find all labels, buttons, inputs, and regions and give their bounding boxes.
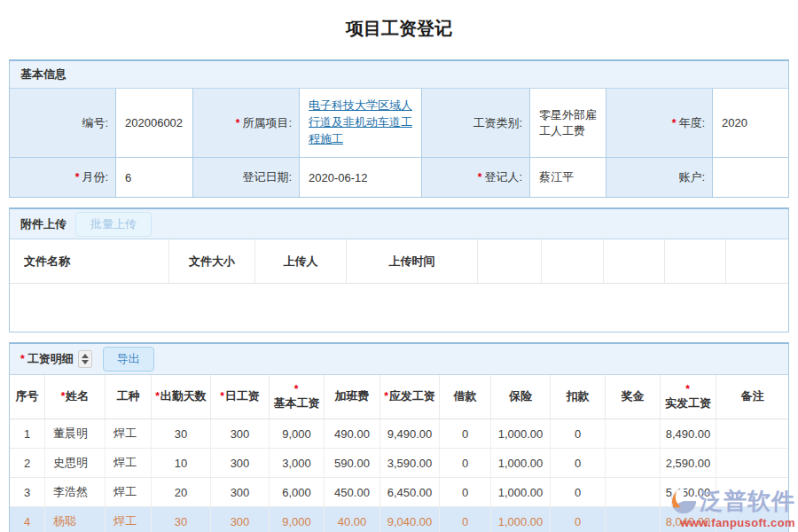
salary-panel: * 工资明细 导出 *序号 *姓名 *工种 *出勤天数 *日工资 *基本工资 *… — [9, 342, 789, 532]
cell-insurance: 1,000.00 — [491, 449, 551, 477]
cell-job: 焊工 — [106, 419, 152, 448]
col-empty-2 — [542, 239, 604, 283]
cell-daily-wage: 300 — [211, 507, 270, 532]
cell-payable-wage: 9,490.00 — [380, 419, 440, 448]
salary-table-body: 1 董晨明 焊工 30 300 9,000 490.00 9,490.00 0 … — [10, 419, 788, 532]
export-button[interactable]: 导出 — [103, 347, 154, 372]
cell-seq: 1 — [10, 419, 45, 448]
attachment-header: 附件上传 批量上传 — [10, 209, 788, 239]
cell-payable-wage: 3,590.00 — [380, 449, 440, 477]
cell-base-wage: 3,000 — [270, 449, 325, 477]
cell-daily-wage: 300 — [211, 419, 270, 448]
col-deduction: *扣款 — [551, 375, 606, 419]
cell-name: 史思明 — [45, 449, 106, 477]
account-label: * 账户: — [606, 158, 713, 197]
account-field[interactable] — [713, 158, 788, 197]
batch-upload-button[interactable]: 批量上传 — [75, 212, 152, 237]
required-asterisk: * — [75, 171, 80, 184]
cell-name: 杨聪 — [45, 507, 106, 532]
cell-insurance: 1,000.00 — [491, 507, 551, 532]
attachment-panel: 附件上传 批量上传 文件名称 文件大小 上传人 上传时间 — [9, 207, 789, 332]
sort-up-icon — [82, 354, 89, 358]
table-row[interactable]: 1 董晨明 焊工 30 300 9,000 490.00 9,490.00 0 … — [10, 419, 788, 449]
cell-remark — [716, 507, 788, 532]
reg-date-label: * 登记日期: — [193, 158, 300, 197]
number-field[interactable]: 202006002 — [116, 89, 193, 158]
project-link[interactable]: 电子科技大学区域人行道及非机动车道工程施工 — [309, 98, 416, 148]
cell-seq: 2 — [10, 449, 45, 477]
cell-payable-wage: 9,040.00 — [380, 507, 440, 532]
cell-name: 董晨明 — [45, 419, 106, 448]
basic-info-panel: 基本信息 * 编号: 202006002 * 所属项目: 电子科技大学区域人行道… — [9, 59, 789, 198]
cell-bonus — [606, 507, 661, 532]
cell-base-wage: 9,000 — [270, 419, 325, 448]
cell-bonus — [606, 419, 661, 448]
table-row[interactable]: 4 杨聪 焊工 30 300 9,000 40.00 9,040.00 0 1,… — [10, 507, 788, 532]
col-empty-3 — [604, 239, 665, 283]
cell-insurance: 1,000.00 — [491, 419, 551, 448]
cell-remark — [716, 449, 788, 477]
cell-attendance-days: 30 — [152, 507, 211, 532]
month-field[interactable]: 6 — [116, 158, 193, 197]
cell-insurance: 1,000.00 — [491, 478, 551, 506]
cell-overtime: 40.00 — [325, 507, 380, 532]
required-asterisk: * — [672, 117, 677, 129]
sort-down-icon — [82, 360, 89, 364]
basic-info-header: 基本信息 — [10, 61, 788, 89]
cell-deduction: 0 — [551, 507, 606, 532]
cell-deduction: 0 — [551, 419, 606, 448]
cell-bonus — [606, 478, 661, 506]
col-overtime: *加班费 — [325, 375, 380, 419]
cell-loan: 0 — [440, 478, 491, 506]
reg-date-field[interactable]: 2020-06-12 — [300, 158, 422, 197]
cell-name: 李浩然 — [45, 478, 106, 506]
attachment-table-header: 文件名称 文件大小 上传人 上传时间 — [10, 239, 788, 284]
registrant-field[interactable]: 蔡江平 — [530, 158, 606, 197]
table-row[interactable]: 3 李浩然 焊工 20 300 6,000 450.00 6,450.00 0 … — [10, 478, 788, 507]
cell-payable-wage: 6,450.00 — [380, 478, 440, 506]
salary-type-field[interactable]: 零星外部雇工人工费 — [530, 89, 606, 158]
year-field[interactable]: 2020 — [713, 89, 788, 158]
basic-info-row-1: * 编号: 202006002 * 所属项目: 电子科技大学区域人行道及非机动车… — [10, 89, 788, 158]
salary-table-header: *序号 *姓名 *工种 *出勤天数 *日工资 *基本工资 *加班费 *应发工资 … — [10, 375, 788, 419]
project-field: 电子科技大学区域人行道及非机动车道工程施工 — [300, 89, 422, 158]
basic-info-title: 基本信息 — [20, 66, 66, 82]
col-file-size: 文件大小 — [169, 239, 255, 283]
col-loan: *借款 — [440, 375, 491, 419]
cell-attendance-days: 10 — [152, 449, 211, 477]
cell-attendance-days: 30 — [152, 419, 211, 448]
salary-header: * 工资明细 导出 — [10, 344, 788, 375]
cell-remark — [716, 478, 788, 506]
salary-type-label: * 工资类别: — [422, 89, 530, 158]
col-payable-wage: *应发工资 — [380, 375, 440, 419]
cell-overtime: 590.00 — [325, 449, 380, 477]
year-label: * 年度: — [606, 89, 713, 158]
page-title: 项目工资登记 — [0, 0, 798, 59]
col-uploader: 上传人 — [255, 239, 347, 283]
cell-deduction: 0 — [551, 478, 606, 506]
col-remark: *备注 — [716, 375, 788, 419]
cell-daily-wage: 300 — [211, 449, 270, 477]
attachment-title: 附件上传 — [20, 216, 66, 232]
sort-spinner-icon[interactable] — [78, 350, 92, 368]
cell-attendance-days: 20 — [152, 478, 211, 506]
cell-loan: 0 — [440, 419, 491, 448]
col-empty-5 — [726, 239, 788, 283]
required-asterisk: * — [478, 171, 482, 184]
col-empty-4 — [665, 239, 726, 283]
table-row[interactable]: 2 史思明 焊工 10 300 3,000 590.00 3,590.00 0 … — [10, 449, 788, 478]
col-job: *工种 — [106, 375, 152, 419]
cell-base-wage: 9,000 — [270, 507, 325, 532]
month-label: * 月份: — [10, 158, 116, 197]
cell-overtime: 490.00 — [325, 419, 380, 448]
cell-job: 焊工 — [106, 449, 152, 477]
cell-job: 焊工 — [106, 507, 152, 532]
cell-daily-wage: 300 — [211, 478, 270, 506]
required-asterisk: * — [236, 117, 240, 129]
cell-seq: 4 — [10, 507, 45, 532]
cell-loan: 0 — [440, 507, 491, 532]
cell-deduction: 0 — [551, 449, 606, 477]
number-label: * 编号: — [10, 89, 116, 158]
cell-remark — [716, 419, 788, 448]
attachment-table-body — [10, 284, 788, 332]
